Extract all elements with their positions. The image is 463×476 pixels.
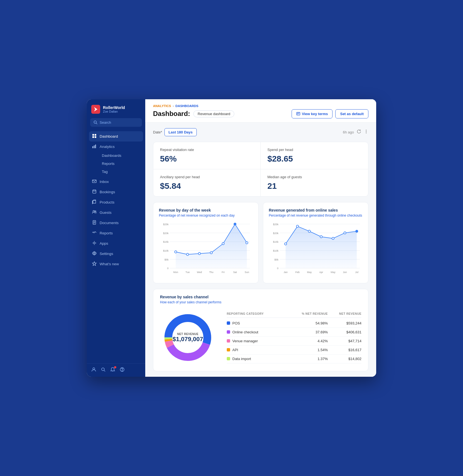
bookings-icon: [92, 189, 97, 195]
svg-point-30: [102, 368, 104, 371]
svg-point-58: [210, 252, 212, 254]
row-label-3: API: [227, 348, 294, 352]
stat-card-repeat: Repeat visitation rate 56%: [153, 142, 261, 169]
sidebar-item-dashboard[interactable]: Dashboard: [89, 131, 143, 142]
svg-point-27: [94, 252, 95, 254]
settings-icon: [92, 251, 97, 256]
notifications-icon[interactable]: [110, 367, 115, 373]
svg-point-56: [186, 253, 189, 256]
table-row: API 1.54% $16,617: [227, 346, 361, 354]
stat-label-0: Repeat visitation rate: [160, 148, 254, 152]
stat-cards: Repeat visitation rate 56% Spend per hea…: [153, 142, 368, 197]
sidebar-item-apps[interactable]: Apps: [89, 238, 143, 249]
svg-point-85: [320, 235, 322, 238]
sales-title: Revenue by sales channel: [160, 295, 361, 299]
set-as-default-button[interactable]: Set as default: [335, 109, 368, 118]
donut-center: NET REVENUE $1,079,007: [173, 333, 203, 343]
dashboard-tab-badge[interactable]: Revenue dashboard: [193, 110, 234, 117]
svg-text:Feb: Feb: [295, 271, 299, 274]
stat-card-spend: Spend per head $28.65: [261, 142, 368, 169]
sidebar-item-reports[interactable]: Reports: [89, 228, 143, 238]
brand-text: RollerWorld Zoe Dallan: [103, 105, 125, 113]
color-dot-4: [227, 357, 230, 360]
svg-point-82: [284, 243, 287, 245]
row-val-1: $406,631: [328, 330, 361, 334]
row-label-0: POS: [227, 321, 294, 325]
stat-value-3: 21: [267, 181, 361, 191]
more-options-button[interactable]: [364, 129, 368, 135]
breadcrumb: ANALYTICS › DASHBOARDS: [153, 104, 368, 108]
svg-marker-28: [92, 262, 96, 266]
nav-sub-tag[interactable]: Tag: [99, 168, 143, 175]
profile-icon[interactable]: [91, 367, 96, 373]
svg-text:Sat: Sat: [233, 271, 237, 274]
svg-text:May: May: [331, 271, 336, 274]
svg-point-57: [198, 252, 201, 255]
sidebar: RollerWorld Zoe Dallan Search Dashboard: [87, 99, 145, 377]
nav-sub-reports[interactable]: Reports: [99, 160, 143, 167]
main-content-area: ANALYTICS › DASHBOARDS Dashboard: Revenu…: [145, 99, 376, 377]
search-bar[interactable]: Search: [90, 118, 142, 127]
svg-text:$10k: $10k: [163, 249, 169, 252]
brand-name: RollerWorld: [103, 105, 125, 110]
row-name-1: Online checkout: [232, 330, 258, 334]
sidebar-item-settings[interactable]: Settings: [89, 249, 143, 259]
guests-icon: [92, 210, 97, 215]
inbox-icon: [92, 179, 97, 184]
sidebar-item-inbox[interactable]: Inbox: [89, 177, 143, 187]
svg-text:Thu: Thu: [209, 271, 213, 274]
sidebar-item-bookings[interactable]: Bookings: [89, 187, 143, 197]
svg-text:$20k: $20k: [273, 232, 279, 234]
filter-right: 6h ago: [343, 129, 368, 135]
svg-point-84: [308, 230, 311, 232]
row-pct-3: 1.54%: [294, 348, 328, 352]
search-bottom-icon[interactable]: [101, 367, 106, 373]
sidebar-item-analytics[interactable]: Analytics: [89, 142, 143, 152]
date-filter-button[interactable]: Last 180 Days: [164, 128, 197, 136]
col-category: REPORTING CATEGORY: [227, 312, 294, 315]
table-row: Venue manager 4.42% $47,714: [227, 337, 361, 346]
sidebar-item-label: Apps: [100, 241, 108, 246]
row-pct-1: 37.69%: [294, 330, 328, 334]
svg-point-59: [222, 242, 224, 245]
svg-text:$15k: $15k: [163, 241, 169, 243]
search-label: Search: [100, 120, 111, 125]
row-val-2: $47,714: [328, 339, 361, 343]
svg-point-16: [93, 210, 95, 212]
row-name-0: POS: [232, 321, 240, 325]
svg-rect-6: [95, 136, 96, 138]
chart-online-area: $25k $20k $15k $10k $5k 0: [269, 221, 363, 277]
svg-text:$20k: $20k: [163, 232, 169, 234]
notification-badge: [114, 366, 116, 368]
sidebar-item-label: Guests: [100, 210, 112, 215]
svg-rect-36: [297, 112, 300, 115]
sidebar-item-documents[interactable]: Documents: [89, 218, 143, 228]
row-val-4: $14,802: [328, 357, 361, 361]
sidebar-item-whats-new[interactable]: What's new: [89, 259, 143, 269]
sidebar-nav: Dashboard Analytics Dashboards Reports T…: [87, 131, 145, 363]
refresh-button[interactable]: [357, 129, 361, 135]
sidebar-item-products[interactable]: Products: [89, 197, 143, 207]
sales-body: NET REVENUE $1,079,007 REPORTING CATEGOR…: [160, 310, 361, 365]
svg-point-61: [246, 242, 248, 244]
sidebar-item-guests[interactable]: Guests: [89, 207, 143, 218]
sidebar-item-label: Products: [100, 200, 114, 204]
documents-icon: [92, 220, 97, 225]
sidebar-item-label: Reports: [100, 231, 113, 235]
help-icon[interactable]: [120, 367, 125, 373]
chart-week: Revenue by day of the week Percentage of…: [153, 202, 258, 283]
nav-sub-dashboards[interactable]: Dashboards: [99, 152, 143, 159]
svg-text:Wed: Wed: [197, 271, 202, 274]
brand-user: Zoe Dallan: [103, 110, 125, 113]
stat-label-2: Ancillary spend per head: [160, 175, 254, 179]
svg-point-39: [366, 130, 367, 130]
brand-logo: [91, 105, 100, 114]
svg-text:$10k: $10k: [273, 249, 279, 252]
view-key-terms-button[interactable]: View key terms: [292, 109, 333, 118]
table-row: Online checkout 37.69% $406,631: [227, 328, 361, 337]
svg-rect-8: [94, 145, 95, 148]
color-dot-2: [227, 339, 230, 343]
stat-label-3: Median age of guests: [267, 175, 361, 179]
row-pct-0: 54.98%: [294, 321, 328, 325]
svg-rect-7: [92, 146, 93, 148]
